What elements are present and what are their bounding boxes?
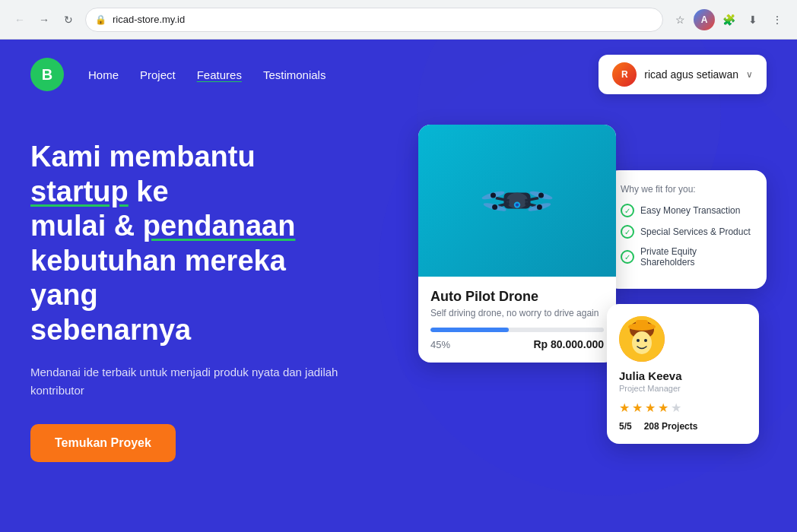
address-bar[interactable]: 🔒 ricad-store.my.id	[85, 8, 663, 32]
nav-project[interactable]: Project	[140, 68, 176, 81]
check-icon-3: ✓	[621, 250, 634, 264]
website-container: B Home Project Features Testimonials R r…	[0, 40, 797, 532]
check-icon-2: ✓	[621, 225, 634, 239]
svg-point-13	[537, 204, 542, 210]
feature-text-1: Easy Money Transaction	[640, 205, 740, 216]
user-badge[interactable]: R ricad agus setiawan ∨	[599, 55, 767, 94]
star-rating: ★ ★ ★ ★ ★	[619, 401, 747, 415]
nav-home[interactable]: Home	[88, 68, 119, 81]
reload-button[interactable]: ↻	[58, 9, 79, 30]
person-card: Julia Keeva Project Manager ★ ★ ★ ★ ★ 5/…	[607, 304, 759, 444]
stat-rating-value: 5/5	[619, 421, 632, 432]
check-icon-1: ✓	[621, 204, 634, 217]
lock-icon: 🔒	[95, 14, 106, 25]
feature-text-3: Private Equity Shareholders	[640, 246, 753, 268]
hero-right: Why we fit for you: ✓ Easy Money Transac…	[380, 125, 767, 489]
user-avatar-inner: R	[612, 62, 637, 87]
stat-projects: 208 Projects	[644, 421, 698, 432]
nav-testimonials[interactable]: Testimonials	[263, 68, 326, 81]
card-description: Self driving drone, no worry to drive ag…	[430, 308, 604, 318]
browser-chrome: ← → ↻ 🔒 ricad-store.my.id ☆ A 🧩 ⬇ ⋮	[0, 0, 797, 40]
download-icon[interactable]: ⬇	[742, 9, 764, 30]
svg-rect-22	[636, 320, 648, 328]
svg-point-20	[644, 339, 647, 342]
forward-button[interactable]: →	[33, 9, 55, 30]
stat-rating: 5/5	[619, 421, 632, 432]
profile-menu[interactable]: A	[694, 9, 715, 30]
card-body: Auto Pilot Drone Self driving drone, no …	[418, 277, 616, 363]
features-card-title: Why we fit for you:	[621, 184, 753, 195]
hero-title-part1: Kami membantu	[30, 141, 256, 173]
logo[interactable]: B	[30, 58, 64, 91]
card-title: Auto Pilot Drone	[430, 289, 604, 305]
svg-point-15	[516, 204, 519, 207]
star-3: ★	[645, 401, 656, 415]
person-name: Julia Keeva	[619, 369, 747, 382]
browser-toolbar-icons: ☆ A 🧩 ⬇ ⋮	[669, 9, 788, 30]
progress-bar-fill	[430, 328, 509, 332]
hero-title: Kami membantu startup kemulai & pendanaa…	[30, 140, 350, 348]
person-role: Project Manager	[619, 384, 747, 393]
card-amount: Rp 80.000.000	[533, 338, 604, 350]
more-menu[interactable]: ⋮	[767, 9, 788, 30]
hero-subtitle: Mendanai ide terbaik untuk menjadi produ…	[30, 363, 350, 400]
feature-item-2: ✓ Special Services & Product	[621, 225, 753, 239]
star-2: ★	[632, 401, 643, 415]
svg-point-19	[637, 339, 640, 342]
card-percent: 45%	[430, 339, 450, 350]
person-avatar	[619, 316, 665, 362]
feature-item-3: ✓ Private Equity Shareholders	[621, 246, 753, 268]
drone-illustration	[464, 147, 570, 254]
stat-projects-value: 208 Projects	[644, 421, 698, 432]
person-avatar-illustration	[619, 316, 665, 362]
nav-links: Home Project Features Testimonials	[88, 68, 574, 81]
hero-title-highlight2: pendanaan	[143, 210, 296, 242]
nav-features[interactable]: Features	[197, 68, 242, 81]
hero-title-part3: kebutuhan mereka yangsebenarnya	[30, 245, 286, 346]
star-4: ★	[658, 401, 668, 415]
card-image	[418, 125, 616, 277]
user-name: ricad agus setiawan	[644, 68, 738, 81]
svg-point-10	[491, 193, 496, 198]
svg-point-11	[538, 193, 544, 198]
navbar: B Home Project Features Testimonials R r…	[0, 40, 797, 109]
extensions-icon[interactable]: 🧩	[718, 9, 739, 30]
url-text: ricad-store.my.id	[113, 14, 653, 25]
svg-point-12	[492, 204, 497, 210]
profile-avatar: A	[694, 9, 715, 30]
user-avatar: R	[612, 62, 637, 87]
features-card: Why we fit for you: ✓ Easy Money Transac…	[607, 170, 767, 289]
star-5: ★	[671, 401, 681, 415]
star-1: ★	[619, 401, 630, 415]
chevron-down-icon: ∨	[746, 69, 753, 80]
bookmark-icon[interactable]: ☆	[669, 9, 691, 30]
card-footer: 45% Rp 80.000.000	[430, 338, 604, 350]
hero-section: Kami membantu startup kemulai & pendanaa…	[0, 109, 797, 489]
progress-bar-background	[430, 328, 604, 332]
project-card[interactable]: Auto Pilot Drone Self driving drone, no …	[418, 125, 616, 363]
hero-title-highlight1: startup	[30, 176, 129, 207]
back-button[interactable]: ←	[9, 9, 30, 30]
browser-nav-buttons: ← → ↻	[9, 9, 79, 30]
cta-button[interactable]: Temukan Proyek	[30, 424, 176, 462]
svg-point-18	[632, 331, 652, 354]
feature-text-2: Special Services & Product	[640, 226, 751, 237]
hero-left: Kami membantu startup kemulai & pendanaa…	[30, 125, 350, 462]
feature-item-1: ✓ Easy Money Transaction	[621, 204, 753, 217]
person-stats: 5/5 208 Projects	[619, 421, 747, 432]
